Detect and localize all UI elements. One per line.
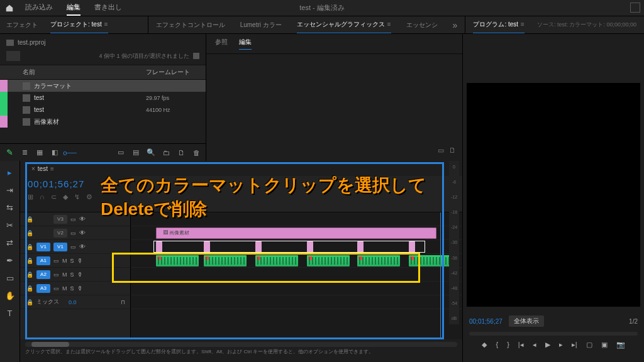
home-icon[interactable] — [5, 4, 14, 13]
track-target[interactable]: A2 — [36, 270, 50, 279]
col-framerate[interactable]: フレームレート — [146, 68, 190, 77]
eg-new-layer-icon[interactable]: 🗋 — [449, 146, 456, 155]
eg-snap-icon[interactable]: ▭ — [438, 146, 444, 155]
clip-audio[interactable] — [357, 255, 400, 266]
eye-icon[interactable]: 👁 — [79, 229, 86, 236]
mute-icon[interactable]: M — [62, 285, 67, 292]
time-ruler[interactable] — [131, 176, 462, 212]
type-tool[interactable]: T — [4, 307, 16, 319]
slip-tool[interactable]: ⇄ — [4, 236, 16, 249]
lock-icon[interactable]: 🔒 — [26, 272, 33, 278]
lock-icon[interactable]: 🔒 — [26, 244, 33, 250]
clip-audio[interactable] — [156, 255, 199, 266]
track-header-v3[interactable]: 🔒V3▭👁 — [20, 212, 130, 226]
tab-import[interactable]: 読み込み — [25, 0, 53, 16]
project-item[interactable]: 画像素材 — [0, 116, 206, 128]
tab-export[interactable]: 書き出し — [94, 0, 122, 16]
project-item[interactable]: test 44100 Hz — [0, 104, 206, 116]
step-fwd-icon[interactable]: ▸ — [559, 341, 563, 349]
track-lane[interactable] — [131, 254, 462, 268]
new-item-icon[interactable]: 🗋 — [177, 148, 186, 157]
eye-icon[interactable]: 👁 — [79, 216, 86, 222]
tl-opt-snap[interactable]: ∩ — [40, 193, 45, 201]
project-item[interactable]: カラーマット — [0, 80, 206, 92]
lift-icon[interactable]: ▢ — [586, 341, 592, 349]
voice-icon[interactable]: 🎙 — [77, 258, 83, 264]
panel-tab-program[interactable]: プログラム: test≡ — [473, 16, 525, 33]
track-lane[interactable] — [131, 212, 462, 226]
add-marker-icon[interactable]: ◆ — [482, 341, 487, 349]
lock-icon[interactable]: 🔒 — [26, 285, 33, 292]
rectangle-tool[interactable]: ▭ — [4, 272, 16, 284]
tl-opt-link[interactable]: ⊂ — [51, 193, 57, 201]
trash-icon[interactable]: 🗑 — [192, 148, 201, 157]
panel-tab-effectcontrols[interactable]: エフェクトコントロール — [156, 17, 225, 33]
razor-tool[interactable]: ✂ — [4, 219, 16, 231]
workspace-icon[interactable] — [630, 3, 640, 13]
extract-icon[interactable]: ▣ — [601, 341, 608, 349]
track-lane[interactable]: 🖼 画像素材 — [131, 226, 462, 240]
toggle-output[interactable]: ▭ — [70, 230, 76, 236]
status-toggle-icon[interactable] — [193, 53, 199, 59]
col-name[interactable]: 名前 — [0, 68, 146, 77]
tl-opt-marker[interactable]: ◆ — [63, 193, 68, 201]
step-back-icon[interactable]: ◂ — [533, 341, 536, 349]
program-monitor[interactable] — [467, 83, 640, 161]
panel-tab-lumetri[interactable]: Lumetri カラー — [240, 17, 282, 33]
find-icon[interactable]: 🔍 — [147, 148, 155, 157]
voice-icon[interactable]: 🎙 — [77, 285, 83, 292]
mix-value[interactable]: 0.0 — [69, 299, 77, 305]
selection-tool[interactable]: ▸ — [4, 166, 16, 178]
panel-overflow-icon[interactable]: » — [453, 20, 458, 30]
eg-tab-browse[interactable]: 参照 — [215, 38, 228, 50]
clip-audio[interactable] — [409, 255, 452, 266]
timeline-timecode[interactable]: 00;01;56;27 — [28, 178, 123, 189]
track-target[interactable]: A1 — [36, 256, 50, 265]
track-lane[interactable] — [131, 268, 462, 282]
track-lane[interactable] — [131, 240, 462, 254]
track-header-a1[interactable]: 🔒A1▭MS🎙 — [20, 254, 130, 268]
track-header-[interactable]: 🔒ミックス0.0⊓ — [20, 295, 130, 309]
pen-tool[interactable]: ✒ — [4, 254, 16, 266]
track-target[interactable]: V1 — [53, 243, 67, 251]
track-select-tool[interactable]: ⇥ — [4, 184, 16, 196]
hand-tool[interactable]: ✋ — [4, 289, 16, 302]
panel-tab-source[interactable]: ソース: test: カラーマット: 00;00;00;00 — [537, 17, 636, 33]
automate-icon[interactable]: ▤ — [131, 148, 140, 157]
solo-icon[interactable]: S — [70, 272, 74, 278]
lock-icon[interactable]: 🔒 — [26, 258, 33, 264]
sequence-name[interactable]: test — [38, 165, 48, 172]
toggle-output[interactable]: ▭ — [53, 258, 59, 264]
playhead[interactable] — [440, 212, 441, 339]
zoom-fit-select[interactable]: 全体表示 — [509, 315, 544, 327]
clip-audio[interactable] — [204, 255, 247, 266]
play-icon[interactable]: ▶ — [545, 341, 550, 349]
tab-edit[interactable]: 編集 — [67, 0, 80, 16]
meter-icon[interactable]: ⊓ — [121, 299, 125, 305]
source-patch[interactable]: V1 — [36, 243, 50, 251]
mute-icon[interactable]: M — [62, 272, 67, 278]
track-header-a2[interactable]: 🔒A2▭MS🎙 — [20, 268, 130, 282]
icon-view-icon[interactable]: ▦ — [35, 148, 44, 157]
toggle-output[interactable]: ▭ — [53, 285, 59, 292]
track-header-v2[interactable]: 🔒V2▭👁 — [20, 226, 130, 240]
track-lane[interactable] — [131, 295, 462, 309]
new-bin-icon[interactable]: 🗀 — [162, 148, 170, 157]
sort-icon[interactable]: ▭ — [116, 148, 125, 157]
panel-tab-essentialgfx[interactable]: エッセンシャルグラフィックス≡ — [297, 16, 391, 33]
panel-tab-effects[interactable]: エフェクト — [6, 17, 38, 33]
toggle-output[interactable]: ▭ — [53, 272, 59, 278]
solo-icon[interactable]: S — [70, 258, 74, 264]
go-in-icon[interactable]: |◂ — [518, 341, 524, 349]
project-item[interactable]: test 29.97 fps — [0, 92, 206, 104]
track-header-a3[interactable]: 🔒A3▭MS🎙 — [20, 282, 130, 295]
track-lane[interactable] — [131, 282, 462, 295]
resolution-fraction[interactable]: 1/2 — [629, 318, 638, 325]
tl-opt-nest[interactable]: ⊞ — [28, 193, 33, 201]
ripple-tool[interactable]: ⇆ — [4, 201, 16, 214]
track-target[interactable]: A3 — [36, 284, 50, 293]
close-seq-icon[interactable]: × — [31, 165, 35, 172]
tl-opt-settings[interactable]: ↯ — [74, 193, 80, 201]
mute-icon[interactable]: M — [62, 258, 67, 264]
clip-audio[interactable] — [307, 255, 350, 266]
